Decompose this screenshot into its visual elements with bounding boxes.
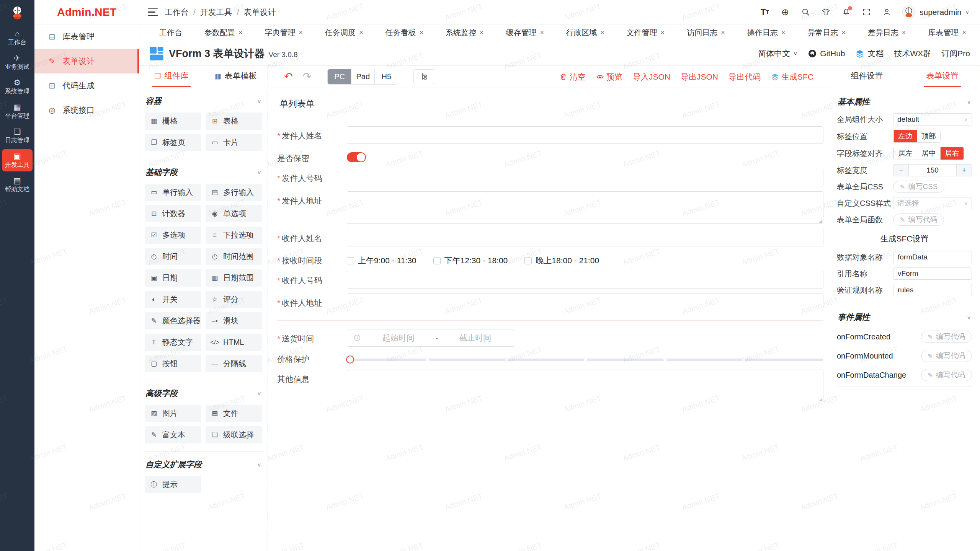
field-price-protection[interactable]: 价格保护 <box>277 352 823 365</box>
wx-group-link[interactable]: 技术WX群 <box>894 48 931 59</box>
edit-event-code-button[interactable]: ✎ 编写代码 <box>921 350 972 362</box>
workspace-tab[interactable]: 工作台 <box>155 26 186 40</box>
workspace-tab[interactable]: 参数配置 × <box>201 26 247 40</box>
checkbox[interactable] <box>347 257 354 264</box>
widget-chip[interactable]: ❏ 级联选择 <box>206 426 262 443</box>
subscribe-pro-link[interactable]: 订阅Pro <box>941 48 970 59</box>
breadcrumb-item[interactable]: 工作台 <box>165 7 189 18</box>
close-icon[interactable]: × <box>661 29 665 37</box>
close-icon[interactable]: × <box>540 29 544 37</box>
widget-chip[interactable]: ◐ 开关 <box>145 291 201 308</box>
widget-chip[interactable]: –• 滑块 <box>206 312 262 329</box>
undo-icon[interactable]: ↶ <box>284 72 293 82</box>
rail-menu-item[interactable]: ▤ 帮助文档 <box>2 174 33 196</box>
search-icon[interactable] <box>800 7 810 17</box>
widget-chip[interactable]: ▦ 栅格 <box>145 112 201 130</box>
field-sender-phone[interactable]: *发件人号码 <box>277 169 823 186</box>
widget-chip[interactable]: ▥ 日期范围 <box>206 269 262 287</box>
device-option[interactable]: Pad <box>351 69 374 84</box>
field-recipient-phone[interactable]: *收件人号码 <box>277 271 823 289</box>
widget-chip[interactable]: </> HTML <box>206 334 262 351</box>
global-size-select[interactable]: default ∨ <box>893 113 972 126</box>
widget-chip[interactable]: ⓘ 提示 <box>145 476 201 493</box>
widget-chip[interactable]: T 静态文字 <box>145 334 201 351</box>
widget-chip[interactable]: ⊞ 表格 <box>206 112 262 130</box>
slider-handle[interactable] <box>346 355 354 364</box>
decrease-button[interactable]: − <box>893 165 909 176</box>
component-panel-tab[interactable]: ▥ 表单模板 <box>204 66 268 87</box>
workspace-tab[interactable]: 缓存管理 × <box>502 26 548 40</box>
collapse-icon[interactable]: ∨ <box>967 314 971 320</box>
close-icon[interactable]: × <box>359 29 363 37</box>
device-option[interactable]: PC <box>328 69 351 84</box>
label-position-option[interactable]: 顶部 <box>917 130 940 142</box>
secret-toggle[interactable] <box>347 152 366 162</box>
widget-chip[interactable]: ☑ 多选项 <box>145 227 201 244</box>
github-link[interactable]: GitHub <box>808 49 845 58</box>
recipient-address-input[interactable] <box>347 293 823 311</box>
preview-button[interactable]: 预览 <box>596 72 622 82</box>
ref-name-input[interactable]: vForm <box>893 267 972 280</box>
close-icon[interactable]: × <box>962 29 966 37</box>
recipient-name-input[interactable] <box>347 229 823 246</box>
font-size-icon[interactable]: TT <box>760 7 770 17</box>
widget-chip[interactable]: ✎ 富文本 <box>145 426 201 443</box>
edit-event-code-button[interactable]: ✎ 编写代码 <box>921 331 972 343</box>
widget-chip[interactable]: ⊡ 计数器 <box>145 205 201 222</box>
field-receive-period[interactable]: *接收时间段 上午9:00 - 11:30 <box>277 251 823 266</box>
widget-chip[interactable]: ☆ 评分 <box>206 291 262 308</box>
sidebar-item[interactable]: ◎ 系统接口 <box>34 98 139 122</box>
settings-tab[interactable]: 组件设置 <box>829 66 905 87</box>
widget-chip[interactable]: ◉ 单选项 <box>206 205 262 222</box>
workspace-tab[interactable]: 访问日志 × <box>683 26 729 40</box>
field-secret[interactable]: 是否保密 <box>277 149 823 164</box>
clear-button[interactable]: 清空 <box>559 72 586 82</box>
profile-icon[interactable] <box>882 7 892 17</box>
label-align-option[interactable]: 居左 <box>893 147 917 160</box>
data-object-input[interactable]: formData <box>893 251 972 263</box>
widget-chip[interactable]: ◴ 时间范围 <box>206 248 262 265</box>
rail-menu-item[interactable]: ❏ 日志管理 <box>2 125 33 147</box>
rail-menu-item[interactable]: ▦ 平台管理 <box>2 100 33 122</box>
close-icon[interactable]: × <box>480 29 484 37</box>
component-panel-tab[interactable]: ❐ 组件库 <box>139 66 204 87</box>
close-icon[interactable]: × <box>721 29 725 37</box>
widget-chip[interactable]: ▤ 文件 <box>206 405 262 422</box>
close-icon[interactable]: × <box>600 29 604 37</box>
widget-chip[interactable]: — 分隔线 <box>206 355 262 372</box>
label-align-option[interactable]: 居右 <box>940 147 964 160</box>
workspace-tab[interactable]: 库表管理 × <box>924 26 970 40</box>
collapse-icon[interactable]: ∨ <box>257 98 261 104</box>
workspace-tab[interactable]: 系统监控 × <box>442 26 488 40</box>
form-title[interactable]: 单列表单 <box>277 93 823 117</box>
user-menu[interactable]: superadmin ∨ <box>902 5 969 19</box>
custom-css-select[interactable]: 请选择 ∨ <box>893 197 972 209</box>
widget-chip[interactable]: ❐ 标签页 <box>145 134 201 151</box>
period-checkbox-option[interactable]: 晚上18:00 - 21:00 <box>524 255 599 266</box>
edit-event-code-button[interactable]: ✎ 编写代码 <box>921 369 972 381</box>
collapse-menu-icon[interactable] <box>148 8 158 16</box>
workspace-tab[interactable]: 行政区域 × <box>562 26 608 40</box>
close-icon[interactable]: × <box>299 29 303 37</box>
widget-chip[interactable]: ▤ 多行输入 <box>206 184 262 201</box>
collapse-icon[interactable]: ∨ <box>257 461 261 467</box>
sidebar-item[interactable]: ⊡ 代码生成 <box>34 73 139 98</box>
app-logo[interactable] <box>0 0 34 24</box>
checkbox[interactable] <box>524 257 532 264</box>
workspace-tab[interactable]: 字典管理 × <box>261 26 307 40</box>
sidebar-item[interactable]: ✎ 表单设计 <box>34 49 139 73</box>
close-icon[interactable]: × <box>420 29 424 37</box>
workspace-tab[interactable]: 文件管理 × <box>623 26 669 40</box>
sidebar-item[interactable]: ⊟ 库表管理 <box>34 24 139 49</box>
sender-phone-input[interactable] <box>347 169 823 186</box>
docs-link[interactable]: 文档 <box>855 48 884 59</box>
sender-name-input[interactable] <box>347 126 823 144</box>
rail-menu-item[interactable]: ⌂ 工作台 <box>2 27 33 49</box>
field-sender-name[interactable]: *发件人姓名 <box>277 126 823 144</box>
field-recipient-name[interactable]: *收件人姓名 <box>277 229 823 246</box>
widget-chip[interactable]: ▣ 日期 <box>145 269 201 287</box>
widget-chip[interactable]: ≡ 下拉选项 <box>206 227 262 244</box>
export-code-button[interactable]: 导出代码 <box>728 72 761 82</box>
close-icon[interactable]: × <box>841 29 846 37</box>
widget-chip[interactable]: ▭ 卡片 <box>206 134 262 151</box>
